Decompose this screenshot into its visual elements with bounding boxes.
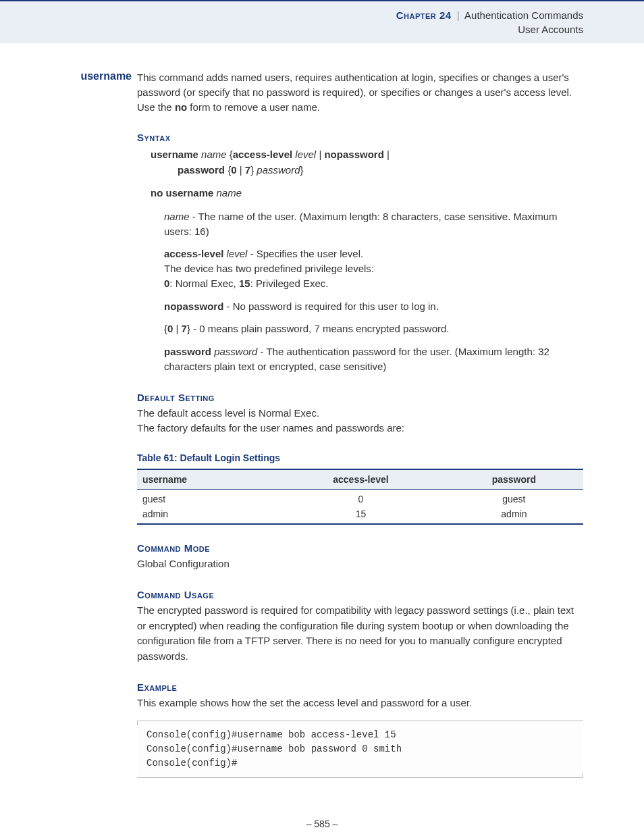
td-access-level: 15 <box>277 506 445 524</box>
command-usage-text: The encrypted password is required for c… <box>137 603 583 664</box>
no-username-line: no username name <box>151 186 583 201</box>
nl-i1: name <box>217 187 242 199</box>
td-access-level: 0 <box>277 489 445 506</box>
pa-t1: - Specifies the user level. <box>247 248 363 259</box>
param-nopassword: nopassword - No password is required for… <box>164 299 583 314</box>
pnp-t1: - No password is required for this user … <box>223 301 438 312</box>
pn-t1: - The name of the user. (Maximum length:… <box>164 211 557 237</box>
param-zero-seven: {0 | 7} - 0 means plain password, 7 mean… <box>164 321 583 336</box>
command-description: This command adds named users, requires … <box>137 70 583 114</box>
example-intro: This example shows how the set the acces… <box>137 696 583 711</box>
table-caption: Table 61: Default Login Settings <box>137 452 583 463</box>
sl2-p2: | <box>240 164 245 176</box>
td-username: admin <box>137 506 277 524</box>
nl-b1: no username <box>151 187 217 199</box>
desc-bold: no <box>175 101 187 113</box>
example-code-block: Console(config)#username bob access-leve… <box>137 721 583 778</box>
table-row: guest 0 guest <box>137 489 583 506</box>
td-password: guest <box>445 489 583 506</box>
param-name: name - The name of the user. (Maximum le… <box>164 209 583 239</box>
pz-p3: } - 0 means plain password, 7 means encr… <box>187 323 450 334</box>
header-separator: | <box>454 9 462 21</box>
syntax-heading: Syntax <box>137 132 583 143</box>
th-password: password <box>445 469 583 490</box>
th-username: username <box>137 469 277 490</box>
td-username: guest <box>137 489 277 506</box>
sl1-p1: username <box>151 149 201 160</box>
pa-b1: access-level <box>164 248 227 259</box>
pa-t2: The device has two predefined privilege … <box>164 263 374 274</box>
param-password: password password - The authentication p… <box>164 344 583 374</box>
example-line: Console(config)# <box>146 756 574 771</box>
chapter-title: Authentication Commands <box>464 9 583 21</box>
pa-i1: level <box>227 248 248 259</box>
command-usage-heading: Command Usage <box>137 589 583 600</box>
page-header: Chapter 24 | Authentication Commands Use… <box>0 0 644 43</box>
sl1-i1: name <box>201 149 230 160</box>
page-body: username This command adds named users, … <box>0 43 644 834</box>
ds-l2: The factory defaults for the user names … <box>137 422 404 434</box>
pn-i1: name <box>164 211 190 222</box>
default-setting-text: The default access level is Normal Exec.… <box>137 406 583 436</box>
header-subtitle: User Accounts <box>0 22 583 36</box>
pa-t4: : Privileged Exec. <box>250 278 329 289</box>
example-line: Console(config)#username bob password 0 … <box>146 742 574 756</box>
command-mode-text: Global Configuration <box>137 556 583 572</box>
sl2-b1: password <box>178 164 227 176</box>
pz-p2: | <box>176 323 182 334</box>
pnp-b1: nopassword <box>164 301 223 312</box>
login-settings-table: username access-level password guest 0 g… <box>137 469 583 525</box>
pz-b1: 0 <box>167 323 176 334</box>
pz-b2: 7 <box>182 323 187 334</box>
table-row: admin 15 admin <box>137 506 583 524</box>
sl2-p4: } <box>300 164 304 176</box>
command-mode-heading: Command Mode <box>137 542 583 554</box>
sl1-b1: access-level <box>233 149 296 160</box>
sl2-i1: password <box>257 164 300 176</box>
syntax-line-1: username name {access-level level | nopa… <box>151 147 583 178</box>
page-number: – 585 – <box>61 818 583 829</box>
pp-i1: password <box>214 346 257 357</box>
example-heading: Example <box>137 681 583 693</box>
command-name: username <box>61 70 137 82</box>
example-line: Console(config)#username bob access-leve… <box>146 728 574 742</box>
desc-post: form to remove a user name. <box>187 101 320 113</box>
param-access-level: access-level level - Specifies the user … <box>164 246 583 290</box>
default-setting-heading: Default Setting <box>137 392 583 403</box>
sl2-p3: } <box>250 164 257 176</box>
sl2-b2: 0 <box>231 164 240 176</box>
ds-l1: The default access level is Normal Exec. <box>137 407 319 419</box>
sl2-b3: 7 <box>245 164 250 176</box>
pa-t3: : Normal Exec, <box>169 278 239 289</box>
pa-b3: 15 <box>239 278 250 289</box>
sl1-i2: level <box>295 149 319 160</box>
pp-b1: password <box>164 346 214 357</box>
sl1-p4: | <box>387 149 390 160</box>
chapter-label: Chapter 24 <box>396 9 452 21</box>
sl1-b2: nopassword <box>324 149 387 160</box>
th-access-level: access-level <box>277 469 445 490</box>
td-password: admin <box>445 506 583 524</box>
